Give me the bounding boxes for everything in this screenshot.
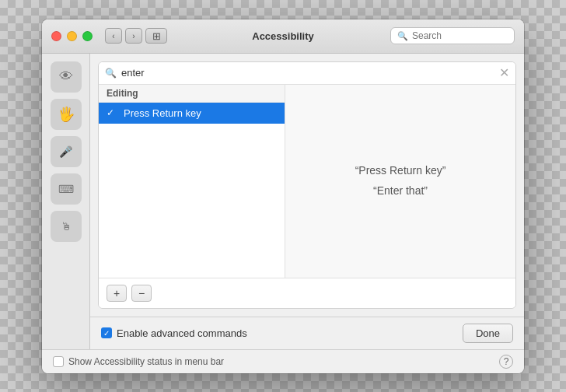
window-title: Accessibility	[252, 30, 314, 42]
done-button[interactable]: Done	[463, 324, 513, 343]
list-item-label: Press Return key	[124, 107, 201, 119]
sidebar-icon-5[interactable]: 🖱	[51, 211, 82, 242]
forward-button[interactable]: ›	[125, 28, 142, 44]
minimize-button[interactable]	[67, 31, 77, 41]
enable-commands-label[interactable]: ✓ Enable advanced commands	[101, 327, 247, 339]
sidebar-icon-2[interactable]: 🖐	[51, 99, 82, 130]
grid-button[interactable]: ⊞	[145, 28, 167, 44]
maximize-button[interactable]	[82, 31, 93, 41]
status-label: Show Accessibility status in menu bar	[68, 356, 224, 367]
main-window: ‹ › ⊞ Accessibility 🔍 👁 🖐 🎤 ⌨ 🖱 �	[42, 19, 524, 373]
preview-line-2: “Enter that”	[355, 181, 446, 201]
help-button[interactable]: ?	[499, 355, 513, 369]
sidebar-icon-1[interactable]: 👁	[51, 61, 82, 93]
list-group-header: Editing	[99, 85, 285, 103]
dialog-search-input[interactable]	[121, 67, 494, 79]
content-area: 👁 🖐 🎤 ⌨ 🖱 🔍 ✕ Editing	[42, 54, 524, 349]
checkmark-icon: ✓	[107, 107, 117, 118]
enable-commands-text: Enable advanced commands	[117, 327, 247, 339]
titlebar: ‹ › ⊞ Accessibility 🔍	[42, 19, 524, 54]
preview-line-1: “Press Return key”	[355, 161, 446, 180]
bottom-bar: ✓ Enable advanced commands Done	[90, 317, 524, 349]
add-button[interactable]: +	[107, 285, 127, 302]
enable-commands-checkbox[interactable]: ✓	[101, 327, 112, 338]
close-button[interactable]	[51, 31, 61, 41]
dialog-search-icon: 🔍	[105, 68, 117, 79]
nav-buttons: ‹ ›	[105, 28, 142, 44]
preview-text: “Press Return key” “Enter that”	[355, 161, 446, 200]
search-icon: 🔍	[397, 31, 408, 41]
list-item[interactable]: ✓ Press Return key	[99, 103, 285, 124]
list-panel: Editing ✓ Press Return key	[99, 85, 285, 278]
remove-button[interactable]: −	[131, 285, 152, 302]
sidebar-icon-3[interactable]: 🎤	[51, 136, 82, 167]
clear-search-button[interactable]: ✕	[499, 67, 509, 79]
dialog-area: 🔍 ✕ Editing ✓ Press Return key	[98, 61, 516, 309]
dialog-toolbar: + −	[99, 278, 515, 308]
grid-icon: ⊞	[152, 30, 161, 42]
back-button[interactable]: ‹	[105, 28, 122, 44]
status-checkbox[interactable]	[53, 356, 64, 367]
dialog-search-bar: 🔍 ✕	[99, 62, 515, 85]
status-bar: Show Accessibility status in menu bar ?	[42, 349, 524, 373]
preview-panel: “Press Return key” “Enter that”	[285, 85, 515, 278]
titlebar-search[interactable]: 🔍	[390, 27, 515, 44]
sidebar-icon-4[interactable]: ⌨	[51, 173, 82, 205]
search-input[interactable]	[412, 30, 508, 41]
sidebar-strip: 👁 🖐 🎤 ⌨ 🖱	[42, 54, 90, 349]
traffic-lights	[51, 31, 93, 41]
dialog-body: Editing ✓ Press Return key “Press Return…	[99, 85, 515, 278]
main-panel: 🔍 ✕ Editing ✓ Press Return key	[90, 54, 524, 349]
